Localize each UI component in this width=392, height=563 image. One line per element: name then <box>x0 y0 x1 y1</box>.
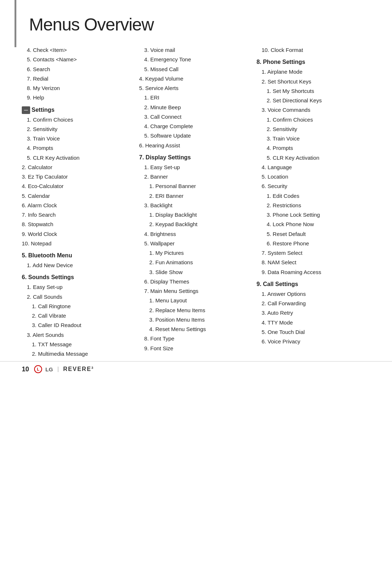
menu-item: 1. TXT Message <box>22 340 132 349</box>
menu-item: 4. Prompts <box>257 143 367 153</box>
menu-item: 6. Alarm Clock <box>22 201 132 210</box>
menu-item: 3. Call Connect <box>139 112 249 122</box>
menu-item: 1. Easy Set-up <box>139 163 249 172</box>
menu-item: 2. Multimedia Message <box>22 349 132 359</box>
lg-icon: L <box>34 365 42 373</box>
menu-item: 5. Calendar <box>22 191 132 201</box>
menu-item: 3. Ez Tip Caculator <box>22 172 132 181</box>
menu-item: 1. ERI <box>139 93 249 102</box>
menu-item: 6. Display Themes <box>139 277 249 286</box>
menu-item: 8. Phone Settings <box>257 57 367 67</box>
menu-item: 4. TTY Mode <box>257 318 367 327</box>
menu-item: 2. Sensitivity <box>257 125 367 134</box>
menu-item: 2. Set Directional Keys <box>257 96 367 105</box>
menu-item: 4. Emergency Tone <box>139 55 249 64</box>
menu-item: 2. Call Sounds <box>22 292 132 302</box>
menu-item: 8. My Verizon <box>22 83 132 93</box>
menu-item: 10. Notepad <box>22 239 132 248</box>
menu-item: 7. Info Search <box>22 210 132 220</box>
menu-item: 5. Bluetooth Menu <box>22 250 132 261</box>
menu-item: 5. CLR Key Activation <box>22 153 132 163</box>
menu-item: 3. Voice mail <box>139 45 249 55</box>
menu-item: 1. Add New Device <box>22 261 132 270</box>
menu-item: 5. Contacts <Name> <box>22 55 132 64</box>
menu-item: 5. Software Update <box>139 131 249 140</box>
menu-item: 9. Data Roaming Access <box>257 268 367 277</box>
lg-label: LG <box>45 366 53 372</box>
menu-item: 2. Fun Animations <box>139 258 249 267</box>
menu-item: 2. Call Forwarding <box>257 299 367 308</box>
content-columns: 4. Check <Item>5. Contacts <Name>6. Sear… <box>22 45 370 359</box>
menu-item: —Settings <box>22 105 132 115</box>
menu-item: 1. Confirm Choices <box>22 115 132 125</box>
menu-item: 3. Alert Sounds <box>22 330 132 340</box>
menu-item: 4. Lock Phone Now <box>257 220 367 229</box>
left-border-decoration <box>15 0 16 47</box>
footer-page-number: 10 <box>22 366 29 373</box>
menu-item: 2. Calculator <box>22 163 132 172</box>
column-1: 4. Check <Item>5. Contacts <Name>6. Sear… <box>22 45 135 359</box>
menu-item: 2. Set Shortcut Keys <box>257 77 367 86</box>
menu-item: 9. Call Settings <box>257 279 367 289</box>
page: Menus Overview 4. Check <Item>5. Contact… <box>0 0 392 388</box>
menu-item: 1. Call Ringtone <box>22 302 132 311</box>
brand-label: REVERE3 <box>63 366 94 372</box>
column-2: 3. Voice mail4. Emergency Tone5. Missed … <box>135 45 253 353</box>
menu-item: 2. Keypad Backlight <box>139 220 249 229</box>
settings-icon: — <box>22 106 30 114</box>
menu-item: 2. Banner <box>139 172 249 181</box>
menu-item: 5. Reset Default <box>257 229 367 239</box>
menu-item: 7. Main Menu Settings <box>139 286 249 296</box>
menu-item: 8. NAM Select <box>257 258 367 267</box>
menu-item: 6. Security <box>257 181 367 191</box>
menu-item: 1. Easy Set-up <box>22 282 132 292</box>
menu-item: 7. Display Settings <box>139 152 249 163</box>
menu-item: 4. Charge Complete <box>139 122 249 131</box>
footer-logo: L LG | REVERE3 <box>34 365 94 373</box>
column-3: 10. Clock Format8. Phone Settings1. Airp… <box>253 45 370 346</box>
menu-item: 10. Clock Format <box>257 45 367 55</box>
menu-item: 5. Service Alerts <box>139 83 249 93</box>
menu-item: 3. Phone Lock Setting <box>257 210 367 220</box>
menu-item: 3. Train Voice <box>257 134 367 143</box>
page-title: Menus Overview <box>29 15 370 34</box>
menu-item: 1. My Pictures <box>139 248 249 258</box>
menu-item: 6. Restore Phone <box>257 239 367 248</box>
menu-item: 5. CLR Key Activation <box>257 153 367 163</box>
menu-item: 8. Font Type <box>139 334 249 343</box>
menu-item: 9. Font Size <box>139 344 249 353</box>
menu-item: 1. Answer Options <box>257 289 367 299</box>
menu-item: 1. Menu Layout <box>139 296 249 305</box>
menu-item: 6. Hearing Assist <box>139 141 249 150</box>
menu-item: 5. Wallpaper <box>139 239 249 248</box>
menu-item: 9. World Clock <box>22 229 132 239</box>
menu-item: 8. Stopwatch <box>22 220 132 229</box>
menu-item: 3. Voice Commands <box>257 105 367 115</box>
menu-item: 2. ERI Banner <box>139 191 249 201</box>
menu-item: 2. Replace Menu Items <box>139 306 249 315</box>
menu-item: 9. Help <box>22 93 132 102</box>
menu-item: 6. Voice Privacy <box>257 337 367 346</box>
menu-item: 1. Confirm Choices <box>257 115 367 125</box>
menu-item: 4. Keypad Volume <box>139 74 249 83</box>
footer: 10 L LG | REVERE3 <box>0 361 392 377</box>
menu-item: 6. Sounds Settings <box>22 272 132 282</box>
menu-item: 3. Slide Show <box>139 268 249 277</box>
menu-item: 7. System Select <box>257 248 367 258</box>
menu-item: 3. Train Voice <box>22 134 132 143</box>
menu-item: 6. Search <box>22 65 132 74</box>
menu-item: 4. Brightness <box>139 229 249 239</box>
menu-item: 1. Personal Banner <box>139 181 249 191</box>
menu-item: 2. Call Vibrate <box>22 311 132 321</box>
menu-item: 1. Edit Codes <box>257 191 367 201</box>
menu-item: 4. Check <Item> <box>22 45 132 55</box>
menu-item: 5. Missed Call <box>139 65 249 74</box>
menu-item: 3. Position Menu Items <box>139 315 249 325</box>
menu-item: 5. One Touch Dial <box>257 327 367 337</box>
menu-item: 7. Redial <box>22 74 132 83</box>
menu-item: 4. Reset Menu Settings <box>139 325 249 334</box>
menu-item: 4. Language <box>257 163 367 172</box>
menu-item: 4. Eco-Calculator <box>22 181 132 191</box>
menu-item: 2. Restrictions <box>257 201 367 210</box>
menu-item: 5. Location <box>257 172 367 181</box>
